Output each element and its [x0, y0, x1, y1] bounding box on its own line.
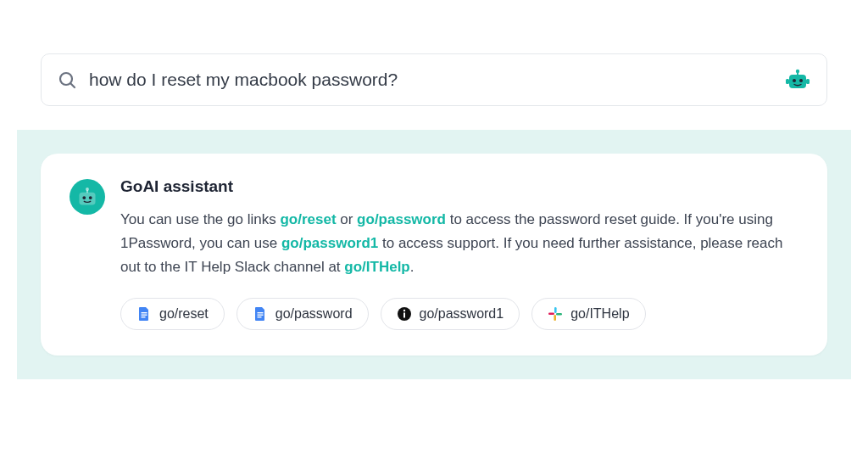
- svg-point-13: [89, 196, 92, 199]
- chip-go-password1[interactable]: go/password1: [381, 298, 520, 330]
- svg-rect-26: [548, 313, 554, 316]
- chip-label: go/password: [275, 306, 353, 322]
- svg-rect-16: [142, 316, 146, 317]
- svg-rect-17: [257, 312, 263, 313]
- svg-point-8: [799, 79, 803, 82]
- inline-link[interactable]: go/password: [357, 211, 446, 227]
- assistant-response: You can use the go links go/reset or go/…: [120, 208, 798, 279]
- svg-rect-24: [556, 313, 562, 316]
- svg-rect-4: [797, 72, 798, 76]
- search-input[interactable]: [89, 70, 772, 90]
- inline-link[interactable]: go/reset: [280, 211, 336, 227]
- response-text-fragment: You can use the go links: [120, 211, 280, 227]
- svg-rect-2: [789, 75, 806, 88]
- svg-rect-23: [554, 307, 557, 313]
- svg-rect-19: [257, 316, 261, 317]
- assistant-content: GoAI assistant You can use the go links …: [120, 177, 798, 330]
- search-icon: [57, 70, 77, 90]
- chip-label: go/password1: [420, 306, 504, 322]
- response-text-fragment: or: [337, 211, 358, 227]
- svg-line-1: [70, 83, 75, 87]
- svg-point-22: [403, 310, 404, 311]
- chip-go-reset[interactable]: go/reset: [120, 298, 225, 330]
- response-card: GoAI assistant You can use the go links …: [41, 154, 827, 356]
- info-icon: [397, 306, 412, 322]
- app-container: GoAI assistant You can use the go links …: [17, 30, 851, 446]
- chip-label: go/ITHelp: [570, 306, 629, 322]
- bot-icon: [784, 66, 811, 93]
- svg-point-7: [793, 79, 796, 82]
- chip-go-ITHelp[interactable]: go/ITHelp: [531, 298, 645, 330]
- inline-link[interactable]: go/password1: [281, 235, 378, 251]
- svg-rect-15: [142, 315, 147, 316]
- svg-rect-18: [257, 315, 263, 316]
- inline-link[interactable]: go/ITHelp: [344, 259, 409, 275]
- assistant-avatar: [70, 179, 105, 215]
- svg-rect-25: [554, 315, 557, 321]
- svg-rect-5: [786, 79, 789, 84]
- slack-icon: [548, 306, 563, 322]
- svg-rect-9: [79, 193, 95, 205]
- chip-label: go/reset: [159, 306, 209, 322]
- search-bar[interactable]: [41, 53, 827, 106]
- doc-icon: [136, 306, 152, 322]
- svg-rect-11: [86, 190, 88, 193]
- svg-rect-21: [403, 313, 405, 318]
- response-text-fragment: .: [410, 259, 415, 275]
- doc-icon: [253, 306, 268, 322]
- suggestion-chips: go/resetgo/passwordgo/password1go/ITHelp: [120, 298, 798, 330]
- response-section: GoAI assistant You can use the go links …: [17, 130, 851, 379]
- svg-rect-6: [806, 79, 810, 84]
- svg-rect-14: [142, 312, 147, 313]
- assistant-title: GoAI assistant: [120, 177, 798, 196]
- svg-point-12: [82, 196, 86, 199]
- search-section: [17, 30, 851, 130]
- chip-go-password[interactable]: go/password: [236, 298, 369, 330]
